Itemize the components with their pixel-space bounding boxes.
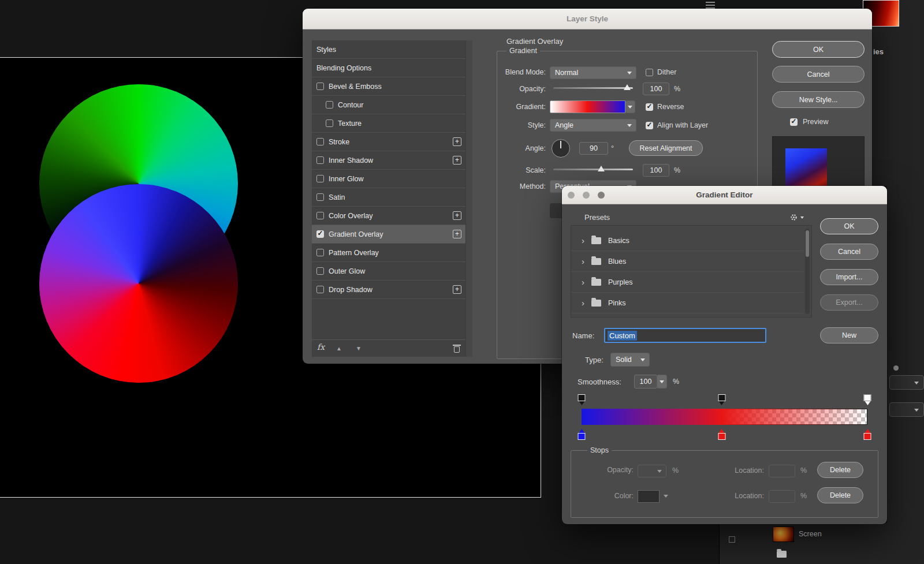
ok-button[interactable]: OK — [820, 218, 878, 234]
effect-checkbox[interactable]: ✓ — [316, 138, 324, 145]
move-down-icon[interactable]: ▼ — [356, 345, 362, 352]
delete-effect-icon[interactable] — [453, 344, 460, 353]
delete-color-stop-button[interactable]: Delete — [817, 487, 863, 503]
dither-checkbox[interactable]: ✓ — [646, 69, 653, 76]
dropdown-fragment[interactable] — [889, 402, 924, 417]
smoothness-dropdown-arrow[interactable] — [657, 375, 667, 389]
effect-checkbox[interactable]: ✓ — [316, 193, 324, 201]
new-button[interactable]: New — [820, 327, 878, 343]
effect-checkbox[interactable]: ✓ — [326, 101, 333, 109]
styles-item-drop-shadow[interactable]: ✓Drop Shadow+ — [312, 281, 465, 299]
layer-thumbnail[interactable] — [773, 526, 794, 542]
slider-thumb[interactable] — [624, 84, 631, 90]
style-select[interactable]: Angle — [550, 119, 636, 132]
styles-item-contour[interactable]: ✓Contour — [312, 96, 465, 114]
stop-location-input[interactable] — [769, 490, 795, 503]
panel-menu-icon[interactable] — [706, 2, 715, 9]
effect-checkbox[interactable]: ✓ — [316, 249, 324, 256]
preview-checkbox[interactable]: ✓ — [790, 118, 798, 126]
blend-mode-select[interactable]: Normal — [550, 66, 636, 79]
smoothness-input[interactable]: 100 — [634, 375, 657, 389]
gear-icon[interactable] — [789, 213, 798, 222]
add-effect-icon[interactable]: + — [453, 211, 461, 220]
styles-item-outer-glow[interactable]: ✓Outer Glow — [312, 262, 465, 281]
styles-item-inner-glow[interactable]: ✓Inner Glow — [312, 170, 465, 188]
opacity-input[interactable]: 100 — [643, 83, 669, 95]
opacity-stop[interactable] — [578, 394, 586, 405]
effect-checkbox[interactable]: ✓ — [326, 119, 333, 127]
opacity-stop[interactable] — [718, 394, 725, 405]
gradient-picker-arrow[interactable] — [625, 100, 635, 113]
delete-opacity-stop-button[interactable]: Delete — [817, 462, 863, 478]
stop-location-input[interactable] — [769, 465, 795, 477]
angle-dial[interactable] — [552, 139, 570, 158]
gear-menu-chevron-icon[interactable] — [800, 216, 804, 219]
styles-item-inner-shadow[interactable]: ✓Inner Shadow+ — [312, 151, 465, 170]
move-up-icon[interactable]: ▲ — [336, 345, 342, 352]
dropdown-fragment[interactable] — [889, 375, 924, 390]
stop-opacity-select[interactable] — [638, 465, 666, 477]
minimize-icon[interactable] — [583, 192, 590, 199]
presets-scrollbar[interactable] — [805, 229, 810, 314]
gradient-name-input[interactable]: Custom — [604, 328, 766, 343]
styles-item-gradient-overlay[interactable]: ✓Gradient Overlay+ — [312, 225, 465, 244]
add-effect-icon[interactable]: + — [453, 156, 461, 165]
styles-item-texture[interactable]: ✓Texture — [312, 114, 465, 133]
preset-folder-purples[interactable]: ›Purples — [571, 272, 803, 293]
preset-folder-pinks[interactable]: ›Pinks — [571, 293, 803, 313]
color-stop[interactable] — [578, 429, 586, 440]
reset-alignment-button[interactable]: Reset Alignment — [629, 140, 703, 156]
scale-slider[interactable] — [553, 165, 633, 174]
styles-item-styles[interactable]: Styles — [312, 40, 465, 59]
reverse-checkbox[interactable]: ✓ — [646, 103, 653, 111]
styles-item-stroke[interactable]: ✓Stroke+ — [312, 133, 465, 151]
chevron-right-icon[interactable]: › — [582, 258, 584, 265]
add-effect-icon[interactable]: + — [453, 230, 461, 238]
cancel-button[interactable]: Cancel — [820, 244, 878, 260]
type-select[interactable]: Solid — [610, 353, 650, 367]
styles-item-blending-options[interactable]: Blending Options — [312, 59, 465, 77]
color-swatch-chevron-icon[interactable] — [664, 495, 668, 498]
styles-item-color-overlay[interactable]: ✓Color Overlay+ — [312, 207, 465, 225]
effect-checkbox[interactable]: ✓ — [316, 267, 324, 275]
styles-item-pattern-overlay[interactable]: ✓Pattern Overlay — [312, 244, 465, 262]
ok-button[interactable]: OK — [772, 41, 865, 58]
gradient-swatch[interactable] — [550, 100, 625, 113]
effect-checkbox[interactable]: ✓ — [316, 230, 324, 238]
gradient-bar[interactable] — [582, 409, 867, 425]
import-button[interactable]: Import... — [820, 269, 878, 285]
preset-folder-blues[interactable]: ›Blues — [571, 251, 803, 272]
preset-folder-basics[interactable]: ›Basics — [571, 230, 803, 251]
opacity-slider[interactable] — [553, 83, 633, 92]
chevron-right-icon[interactable]: › — [582, 300, 584, 307]
cancel-button[interactable]: Cancel — [772, 66, 865, 83]
scale-input[interactable]: 100 — [643, 164, 669, 177]
folder-icon[interactable] — [777, 551, 787, 558]
effect-checkbox[interactable]: ✓ — [316, 212, 324, 219]
styles-list-scroll-track[interactable] — [465, 40, 472, 357]
styles-item-satin[interactable]: ✓Satin — [312, 188, 465, 207]
chevron-right-icon[interactable]: › — [582, 237, 584, 244]
gradient-editor-titlebar[interactable]: Gradient Editor — [562, 186, 887, 204]
layer-style-titlebar[interactable]: Layer Style — [303, 9, 872, 29]
effect-checkbox[interactable]: ✓ — [316, 286, 324, 293]
styles-item-bevel-emboss[interactable]: ✓Bevel & Emboss — [312, 77, 465, 96]
add-effect-icon[interactable]: + — [453, 137, 461, 146]
angle-input[interactable]: 90 — [579, 142, 608, 155]
new-style-button[interactable]: New Style... — [772, 91, 865, 108]
color-stop[interactable] — [864, 429, 871, 440]
stop-color-swatch[interactable] — [638, 490, 660, 503]
scrollbar-thumb[interactable] — [806, 230, 809, 257]
link-checkbox-icon[interactable] — [729, 536, 735, 543]
close-icon[interactable] — [568, 192, 575, 199]
add-effect-icon[interactable]: + — [453, 285, 461, 294]
opacity-stop[interactable] — [864, 394, 871, 405]
slider-thumb[interactable] — [598, 166, 605, 171]
effect-checkbox[interactable]: ✓ — [316, 175, 324, 182]
chevron-right-icon[interactable]: › — [582, 279, 584, 286]
color-stop[interactable] — [718, 429, 725, 440]
align-checkbox[interactable]: ✓ — [646, 122, 653, 129]
zoom-icon[interactable] — [598, 192, 605, 199]
effect-checkbox[interactable]: ✓ — [316, 83, 324, 90]
effect-checkbox[interactable]: ✓ — [316, 156, 324, 164]
